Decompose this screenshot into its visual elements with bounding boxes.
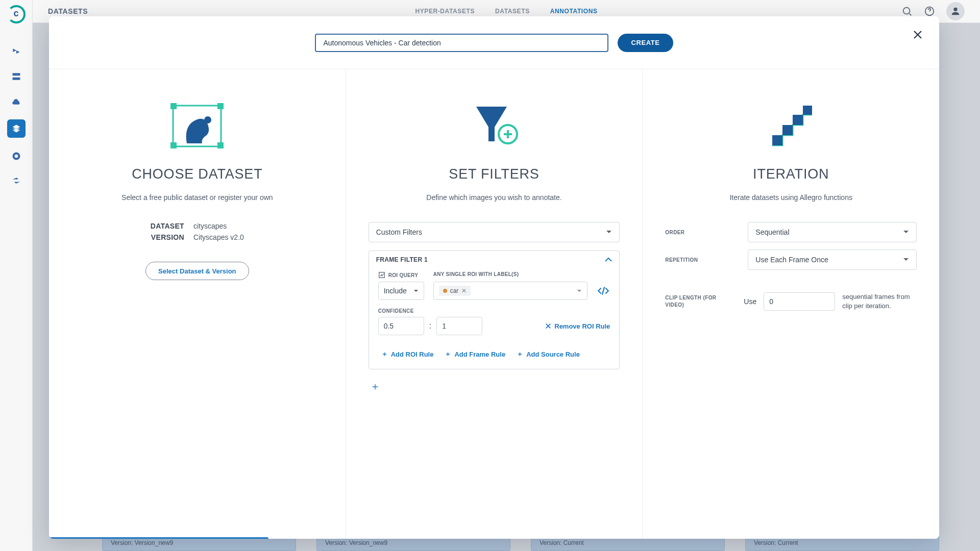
confidence-min-input[interactable] xyxy=(378,317,424,335)
chevron-up-icon xyxy=(605,257,612,262)
order-select[interactable]: Sequential xyxy=(748,222,917,242)
select-value: Use Each Frame Once xyxy=(755,256,828,264)
filter-mode-select[interactable]: Custom Filters xyxy=(369,222,620,242)
svg-rect-6 xyxy=(170,103,177,109)
select-value: Include xyxy=(384,287,407,295)
panel-subtitle: Select a free public dataset or register… xyxy=(121,193,273,202)
create-annotation-modal: CREATE CHOOSE DATASET Select a free publ… xyxy=(49,16,939,539)
choose-dataset-panel: CHOOSE DATASET Select a free public data… xyxy=(49,69,346,539)
close-icon[interactable] xyxy=(911,28,925,42)
label-any-roi: ANY SINGLE ROI WITH LABEL(S) xyxy=(433,271,610,279)
panel-title: SET FILTERS xyxy=(449,166,539,182)
caret-down-icon xyxy=(903,258,909,262)
select-value: Custom Filters xyxy=(376,228,422,236)
include-select[interactable]: Include xyxy=(378,282,424,300)
select-dataset-button[interactable]: Select Dataset & Version xyxy=(145,262,249,280)
remove-roi-rule-button[interactable]: Remove ROI Rule xyxy=(545,322,610,330)
panel-title: CHOOSE DATASET xyxy=(132,166,262,182)
label-order: ORDER xyxy=(665,230,737,235)
filter-group-header[interactable]: FRAME FILTER 1 xyxy=(369,251,620,268)
add-source-rule-button[interactable]: ＋ Add Source Rule xyxy=(517,349,580,359)
label-version: VERSION xyxy=(151,233,184,241)
dataset-info: DATASET cityscapes VERSION Cityscapes v2… xyxy=(151,222,244,241)
filter-group-title: FRAME FILTER 1 xyxy=(376,256,428,263)
add-frame-rule-button[interactable]: ＋ Add Frame Rule xyxy=(445,349,505,359)
label-dataset: DATASET xyxy=(151,222,184,230)
select-value: Sequential xyxy=(755,228,789,236)
svg-rect-7 xyxy=(217,103,224,109)
panel-subtitle: Iterate datasets using Allegro functions xyxy=(729,193,852,202)
label-tag: car ✕ xyxy=(439,286,471,296)
clip-length-input[interactable] xyxy=(764,292,835,311)
caret-down-icon xyxy=(606,230,612,234)
filters-illustration-icon xyxy=(466,100,522,151)
modal-accent-bar xyxy=(49,537,268,539)
iteration-illustration-icon xyxy=(763,100,819,151)
label-use: Use xyxy=(744,297,756,306)
tag-color-icon xyxy=(443,289,447,293)
label-repetition: REPETITION xyxy=(665,257,737,263)
svg-rect-9 xyxy=(217,142,224,148)
add-roi-rule-button[interactable]: ＋ Add ROI Rule xyxy=(381,349,434,359)
add-filter-group-button[interactable]: ＋ xyxy=(369,380,382,393)
iteration-panel: ITERATION Iterate datasets using Allegro… xyxy=(643,69,939,539)
remove-tag-icon[interactable]: ✕ xyxy=(461,287,467,294)
range-separator: : xyxy=(429,321,431,331)
caret-down-icon xyxy=(413,289,419,293)
label-confidence: CONFIDENCE xyxy=(378,308,610,314)
dataset-illustration-icon xyxy=(169,100,225,151)
label-clip-length: CLIP LENGTH (FOR VIDEO) xyxy=(665,294,737,309)
bbox-icon xyxy=(378,271,385,279)
svg-point-10 xyxy=(204,116,211,123)
annotation-name-input[interactable] xyxy=(315,34,608,52)
labels-select[interactable]: car ✕ xyxy=(433,282,588,300)
panel-title: ITERATION xyxy=(753,166,829,182)
close-icon xyxy=(545,323,551,329)
value-version: Cityscapes v2.0 xyxy=(193,233,244,241)
code-toggle-icon[interactable] xyxy=(597,284,610,297)
clip-suffix: sequential frames from clip per iteratio… xyxy=(842,292,917,311)
caret-down-icon xyxy=(903,230,909,234)
repetition-select[interactable]: Use Each Frame Once xyxy=(748,249,917,270)
frame-filter-group: FRAME FILTER 1 ROI QUERY ANY SINGLE ROI … xyxy=(369,251,620,369)
panel-subtitle: Define which images you wish to annotate… xyxy=(426,193,561,202)
tag-text: car xyxy=(450,287,459,294)
confidence-max-input[interactable] xyxy=(436,317,482,335)
value-dataset: cityscapes xyxy=(193,222,244,230)
create-button[interactable]: CREATE xyxy=(618,34,673,52)
modal-header: CREATE xyxy=(49,16,939,69)
caret-down-icon xyxy=(577,289,582,293)
svg-rect-8 xyxy=(170,142,177,148)
set-filters-panel: SET FILTERS Define which images you wish… xyxy=(346,69,643,539)
label-roi-query: ROI QUERY xyxy=(388,272,418,278)
